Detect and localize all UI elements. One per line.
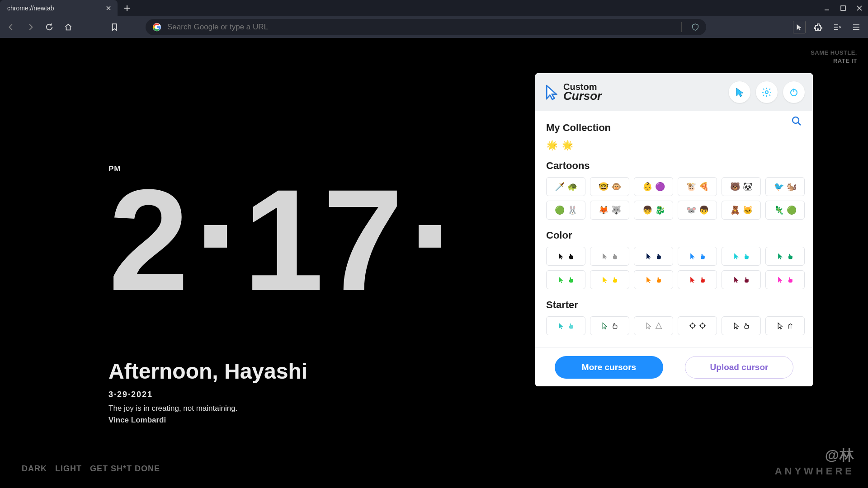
search-button[interactable]	[791, 116, 802, 128]
starter-title: Starter	[546, 299, 805, 311]
starter-cursor-option[interactable]	[765, 316, 805, 335]
shields-icon[interactable]	[691, 23, 700, 32]
custom-cursor-logo: Custom Cursor	[543, 83, 602, 101]
svg-marker-20	[656, 323, 661, 329]
address-bar[interactable]	[146, 19, 706, 35]
color-cursor-option[interactable]	[765, 270, 805, 289]
color-cursor-option[interactable]	[634, 247, 673, 266]
extensions-button[interactable]	[812, 21, 825, 33]
maximize-button[interactable]	[839, 4, 847, 12]
more-cursors-button[interactable]: More cursors	[555, 356, 663, 379]
bookmark-button[interactable]	[108, 21, 120, 33]
cursor-logo-icon	[543, 84, 560, 100]
clock-ampm: PM	[108, 164, 121, 174]
back-button[interactable]	[5, 21, 17, 33]
google-search-icon	[152, 22, 162, 32]
greeting-block: Afternoon, Hayashi 3·29·2021 The joy is …	[108, 359, 307, 425]
theme-toggle-row: DARK LIGHT GET SH*T DONE	[22, 464, 160, 474]
clock-separator-2	[419, 225, 441, 248]
starter-cursor-option[interactable]	[722, 316, 761, 335]
svg-rect-1	[841, 6, 845, 10]
close-window-button[interactable]	[855, 4, 863, 12]
cartoon-cursor-option[interactable]: 🐭👦	[678, 201, 717, 220]
power-button[interactable]	[783, 81, 805, 103]
cartoon-cursor-option[interactable]: 🤓🐵	[590, 177, 629, 196]
upload-cursor-button[interactable]: Upload cursor	[685, 356, 793, 379]
color-grid	[546, 247, 805, 289]
starter-cursor-option[interactable]	[590, 316, 629, 335]
forward-button[interactable]	[24, 21, 36, 33]
watermark-handle: @林	[775, 446, 854, 465]
reload-button[interactable]	[43, 21, 55, 33]
cartoon-cursor-option[interactable]: 🐮🍕	[678, 177, 717, 196]
svg-point-18	[793, 117, 799, 123]
svg-line-19	[798, 122, 801, 125]
color-cursor-option[interactable]	[546, 247, 585, 266]
corner-line1[interactable]: SAME HUSTLE.	[811, 49, 857, 57]
newtab-page: SAME HUSTLE. RATE IT PM 2 17 Afternoon, …	[0, 38, 868, 488]
cartoon-cursor-option[interactable]: 🐦🐿️	[765, 177, 805, 196]
new-tab-button[interactable]	[120, 1, 134, 15]
watermark-sub: ANYWHERE	[775, 465, 854, 477]
theme-light[interactable]: LIGHT	[55, 464, 82, 474]
cartoon-cursor-option[interactable]: 👦🐉	[634, 201, 673, 220]
color-cursor-option[interactable]	[765, 247, 805, 266]
my-collection-title: My Collection	[546, 122, 805, 134]
color-cursor-option[interactable]	[546, 270, 585, 289]
cartoon-cursor-option[interactable]: 🦎🟢	[765, 201, 805, 220]
quote-author: Vince Lombardi	[108, 416, 307, 425]
my-collection-item[interactable]: 🌟	[561, 139, 573, 151]
popup-body: My Collection 🌟🌟 Cartoons 🗡️🐢🤓🐵👶🟣🐮🍕🐻🐼🐦🐿️…	[535, 111, 813, 347]
clock: PM 2 17	[108, 164, 458, 306]
toolbar-right	[793, 21, 863, 33]
color-cursor-option[interactable]	[590, 247, 629, 266]
default-cursor-button[interactable]	[729, 81, 750, 103]
cartoon-cursor-option[interactable]: 🐻🐼	[722, 177, 761, 196]
my-collection-item[interactable]: 🌟	[546, 139, 558, 151]
minimize-button[interactable]	[823, 4, 831, 12]
watermark: @林 ANYWHERE	[775, 446, 854, 477]
quote-text: The joy is in creating, not maintaining.	[108, 404, 307, 413]
color-cursor-option[interactable]	[678, 270, 717, 289]
greeting-text: Afternoon, Hayashi	[108, 359, 307, 384]
svg-point-15	[765, 91, 768, 94]
browser-menu-button[interactable]	[850, 21, 863, 33]
date-text: 3·29·2021	[108, 390, 307, 399]
tab-strip: chrome://newtab	[0, 0, 134, 16]
cartoon-cursor-option[interactable]: 🦊🐺	[590, 201, 629, 220]
custom-cursor-extension-button[interactable]	[793, 21, 806, 33]
cartoon-cursor-option[interactable]: 🗡️🐢	[546, 177, 585, 196]
popup-footer: More cursors Upload cursor	[535, 347, 813, 386]
clock-separator	[204, 225, 227, 248]
theme-dark[interactable]: DARK	[22, 464, 47, 474]
color-title: Color	[546, 230, 805, 241]
color-cursor-option[interactable]	[590, 270, 629, 289]
address-input[interactable]	[167, 23, 676, 32]
logo-text-bottom: Cursor	[563, 91, 602, 101]
browser-toolbar	[0, 16, 868, 38]
tab-close-button[interactable]	[105, 5, 112, 12]
cartoon-cursor-option[interactable]: 👶🟣	[634, 177, 673, 196]
custom-cursor-popup: Custom Cursor My Collection	[535, 73, 813, 386]
color-cursor-option[interactable]	[678, 247, 717, 266]
reading-list-button[interactable]	[831, 21, 844, 33]
color-cursor-option[interactable]	[722, 270, 761, 289]
color-cursor-option[interactable]	[722, 247, 761, 266]
cartoon-cursor-option[interactable]: 🟢🐰	[546, 201, 585, 220]
starter-grid	[546, 316, 805, 335]
browser-tab[interactable]: chrome://newtab	[0, 0, 118, 16]
my-collection-row: 🌟🌟	[546, 139, 805, 151]
starter-cursor-option[interactable]	[546, 316, 585, 335]
tab-title: chrome://newtab	[7, 5, 54, 12]
corner-links: SAME HUSTLE. RATE IT	[811, 49, 857, 65]
clock-hours: 2	[108, 174, 188, 306]
corner-line2[interactable]: RATE IT	[811, 57, 857, 65]
cartoon-cursor-option[interactable]: 🧸🐱	[722, 201, 761, 220]
color-cursor-option[interactable]	[634, 270, 673, 289]
theme-gsd[interactable]: GET SH*T DONE	[90, 464, 160, 474]
settings-button[interactable]	[756, 81, 778, 103]
starter-cursor-option[interactable]	[634, 316, 673, 335]
starter-cursor-option[interactable]	[678, 316, 717, 335]
home-button[interactable]	[62, 21, 74, 33]
cartoons-title: Cartoons	[546, 160, 805, 172]
